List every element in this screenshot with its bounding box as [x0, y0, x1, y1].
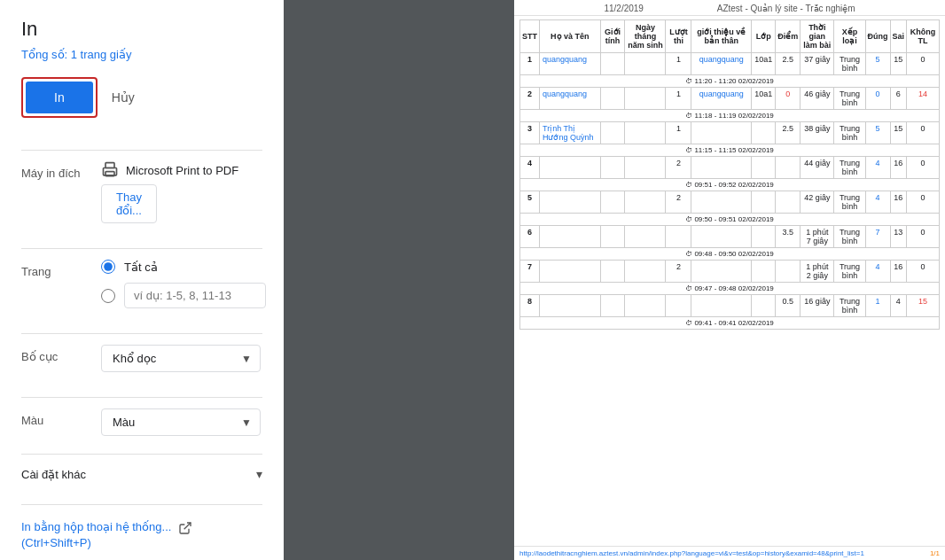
- system-print-text: In bằng hộp thoại hệ thống...(Ctrl+Shift…: [21, 519, 171, 551]
- more-settings-row[interactable]: Cài đặt khác ▾: [21, 454, 262, 490]
- table-header-row: STT Họ và Tên Giới tính Ngày tháng năm s…: [520, 20, 940, 53]
- table-time-row: ⏱ 09:48 - 09:50 02/02/2019: [520, 248, 940, 261]
- cell-ktl: 0: [907, 122, 940, 144]
- cell-diem: 3.5: [776, 226, 801, 248]
- printer-row: Microsoft Print to PDF: [101, 161, 262, 179]
- preview-date: 11/2/2019: [604, 4, 644, 13]
- cell-stt: 3: [520, 122, 540, 144]
- printer-icon: [101, 161, 119, 179]
- cell-xep: Trung bình: [834, 261, 865, 283]
- custom-pages-radio[interactable]: [101, 289, 115, 303]
- cell-name: [540, 261, 601, 283]
- cell-diem: [776, 261, 801, 283]
- cell-gender: [600, 157, 625, 179]
- cell-dung: 4: [865, 157, 890, 179]
- layout-value: Khổ dọc Khổ ngang ▼: [101, 345, 262, 372]
- cell-dob: [625, 226, 666, 248]
- clock-icon: ⏱: [685, 215, 692, 223]
- change-printer-button[interactable]: Thayđổi...: [101, 184, 157, 223]
- cell-time: ⏱ 11:18 - 11:19 02/02/2019: [520, 110, 940, 122]
- cell-ktl: 14: [907, 88, 940, 110]
- cell-dob: [625, 157, 666, 179]
- cell-tg: 42 giây: [801, 191, 834, 214]
- cell-stt: 2: [520, 88, 540, 110]
- col-intro: giới thiệu về bản thân: [691, 20, 752, 53]
- cell-xep: Trung bình: [834, 88, 865, 110]
- cell-intro: [691, 261, 752, 283]
- color-select[interactable]: Màu Đen trắng: [101, 408, 261, 436]
- cell-name: quangquang: [540, 53, 601, 75]
- clock-icon: ⏱: [685, 112, 692, 120]
- table-row: 2 quangquang 1 quangquang 10a1 0 46 giây…: [520, 88, 940, 110]
- cell-gender: [600, 191, 625, 214]
- cell-ktl: 0: [907, 191, 940, 214]
- cell-tg: 44 giây: [801, 157, 834, 179]
- svg-rect-2: [105, 172, 114, 176]
- more-settings-label: Cài đặt khác: [21, 468, 86, 481]
- left-panel: In Tổng số: 1 trang giấy In Hủy Máy in đ…: [0, 0, 284, 560]
- table-row: 8 0.5 16 giây Trung bình 1 4 15: [520, 295, 940, 317]
- table-body: 1 quangquang 1 quangquang 10a1 2.5 37 gi…: [520, 53, 940, 330]
- cancel-button[interactable]: Hủy: [112, 90, 135, 105]
- layout-label: Bố cục: [21, 345, 101, 363]
- print-button[interactable]: In: [26, 82, 93, 113]
- table-time-row: ⏱ 09:41 - 09:41 02/02/2019: [520, 317, 940, 330]
- cell-lop: [752, 157, 776, 179]
- cell-gender: [600, 226, 625, 248]
- cell-diem: 2.5: [776, 122, 801, 144]
- cell-gender: [600, 88, 625, 110]
- system-print-link[interactable]: In bằng hộp thoại hệ thống...(Ctrl+Shift…: [21, 504, 262, 551]
- clock-icon: ⏱: [685, 146, 692, 154]
- cell-dob: [625, 122, 666, 144]
- color-label: Màu: [21, 408, 101, 427]
- cell-gender: [600, 261, 625, 283]
- button-row: In Hủy: [21, 77, 262, 118]
- cell-time: ⏱ 09:50 - 09:51 02/02/2019: [520, 214, 940, 226]
- col-ktl: Không TL: [907, 20, 940, 53]
- cell-sai: 13: [890, 226, 907, 248]
- table-row: 7 2 1 phút 2 giây Trung bình 4 16 0: [520, 261, 940, 283]
- preview-title: AZtest - Quản lý site - Trắc nghiệm: [717, 4, 855, 13]
- table-time-row: ⏱ 09:51 - 09:52 02/02/2019: [520, 179, 940, 191]
- all-pages-radio[interactable]: [101, 260, 115, 274]
- col-stt: STT: [520, 20, 540, 53]
- cell-ktl: 0: [907, 226, 940, 248]
- cell-tg: 38 giây: [801, 122, 834, 144]
- printer-value: Microsoft Print to PDF Thayđổi...: [101, 161, 262, 223]
- cell-sai: 4: [890, 295, 907, 317]
- cell-stt: 7: [520, 261, 540, 283]
- col-sai: Sai: [890, 20, 907, 53]
- svg-line-4: [184, 523, 191, 529]
- cell-dob: [625, 295, 666, 317]
- cell-luot: 2: [666, 191, 691, 214]
- col-name: Họ và Tên: [540, 20, 601, 53]
- col-tg: Thời gian làm bài: [801, 20, 834, 53]
- cell-xep: Trung bình: [834, 191, 865, 214]
- page-range-input[interactable]: [124, 283, 266, 308]
- cell-dung: 4: [865, 191, 890, 214]
- table-row: 1 quangquang 1 quangquang 10a1 2.5 37 gi…: [520, 53, 940, 75]
- col-lop: Lớp: [752, 20, 776, 53]
- cell-time: ⏱ 09:47 - 09:48 02/02/2019: [520, 283, 940, 295]
- cell-tg: 37 giây: [801, 53, 834, 75]
- cell-sai: 15: [890, 122, 907, 144]
- cell-lop: [752, 261, 776, 283]
- col-dob: Ngày tháng năm sinh: [625, 20, 666, 53]
- layout-setting-row: Bố cục Khổ dọc Khổ ngang ▼: [21, 345, 262, 372]
- external-link-icon: [178, 521, 192, 535]
- clock-icon: ⏱: [685, 250, 692, 258]
- cell-sai: 16: [890, 157, 907, 179]
- cell-tg: 46 giây: [801, 88, 834, 110]
- layout-select[interactable]: Khổ dọc Khổ ngang: [101, 345, 261, 372]
- cell-diem: 0.5: [776, 295, 801, 317]
- color-setting-row: Màu Màu Đen trắng ▼: [21, 408, 262, 436]
- cell-diem: [776, 191, 801, 214]
- cell-stt: 1: [520, 53, 540, 75]
- divider-4: [21, 397, 262, 398]
- cell-luot: 1: [666, 53, 691, 75]
- cell-time: ⏱ 09:41 - 09:41 02/02/2019: [520, 317, 940, 330]
- total-value: 1 trang giấy: [71, 48, 132, 61]
- table-time-row: ⏱ 09:47 - 09:48 02/02/2019: [520, 283, 940, 295]
- cell-lop: [752, 226, 776, 248]
- cell-stt: 4: [520, 157, 540, 179]
